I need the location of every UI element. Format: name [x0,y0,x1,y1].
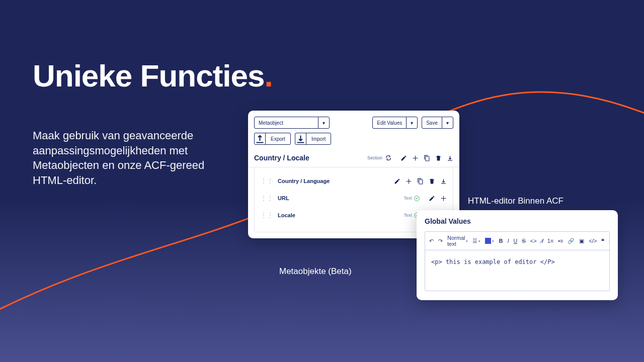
htmleditor-caption: HTML-editor Binnen ACF [468,196,564,206]
save-button[interactable]: Save ▾ [422,117,453,129]
html-editor-panel: Global Values ↶ ↷ Normal text▾ ☰▾ ▾ B I … [417,210,618,300]
field-row: ⋮⋮ Country / Language [261,172,447,190]
check-icon [414,196,420,201]
edit-values-label: Edit Values [373,120,406,126]
editor-content[interactable]: <p> this is example of editor </P> [425,250,609,291]
export-label: Export [266,136,290,142]
section-title: Country / Locale [254,154,309,162]
quote-icon[interactable]: ❝ [601,238,604,244]
italic-icon[interactable]: I [507,238,509,244]
upload-icon [255,133,266,144]
add-icon[interactable] [440,195,447,202]
page-subtext: Maak gebruik van geavanceerde aanpassing… [33,128,236,188]
save-label: Save [422,120,442,126]
metaobject-dropdown[interactable]: Metaobject ▾ [254,117,330,129]
edit-icon[interactable] [400,155,407,161]
import-label: Import [306,136,331,142]
image-icon[interactable]: ▣ [579,238,584,244]
delete-icon[interactable] [435,155,442,161]
code-icon[interactable]: <> [530,238,537,244]
underline-icon[interactable]: U [513,238,517,244]
editor-toolbar: ↶ ↷ Normal text▾ ☰▾ ▾ B I U S <> I̷ 1≡ •… [425,232,609,250]
editor-box: ↶ ↷ Normal text▾ ☰▾ ▾ B I U S <> I̷ 1≡ •… [425,231,610,291]
edit-icon[interactable] [429,195,435,202]
link-icon[interactable]: 🔗 [568,238,575,244]
undo-icon[interactable]: ↶ [429,238,434,244]
copy-icon[interactable] [417,178,424,185]
field-name: URL [278,195,289,201]
metaobject-dropdown-label: Metaobject [255,120,287,126]
metaobject-caption: Metaobjekte (Beta) [279,266,352,277]
drag-handle-icon[interactable]: ⋮⋮ [261,212,274,219]
unordered-list-icon[interactable]: •≡ [558,238,563,244]
editor-title: Global Values [425,217,610,225]
delete-icon[interactable] [429,178,435,185]
clear-format-icon[interactable]: I̷ [541,238,543,244]
caret-down-icon: ▾ [442,117,453,128]
download-icon[interactable] [447,155,453,161]
strikethrough-icon[interactable]: S [522,238,525,244]
section-type-label: Section [367,155,382,160]
section-action-icons [400,155,453,161]
refresh-icon[interactable] [385,155,391,161]
caret-down-icon: ▾ [318,117,329,128]
field-action-icons [429,195,447,202]
field-name: Locale [278,212,295,218]
line-height-icon[interactable]: ☰▾ [472,238,480,244]
copy-icon[interactable] [424,155,430,161]
field-type: Text [404,196,420,201]
caret-down-icon: ▾ [406,117,417,128]
add-icon[interactable] [406,178,412,185]
drag-handle-icon[interactable]: ⋮⋮ [261,195,274,202]
format-dropdown[interactable]: Normal text▾ [447,235,468,247]
ordered-list-icon[interactable]: 1≡ [547,238,554,244]
section-header: Country / Locale Section [248,151,459,167]
field-action-icons [394,178,447,185]
import-button[interactable]: Import [295,133,331,145]
drag-handle-icon[interactable]: ⋮⋮ [261,177,274,185]
redo-icon[interactable]: ↷ [438,238,443,244]
field-name: Country / Language [278,178,330,184]
heading-dot: . [264,58,272,93]
source-icon[interactable]: </> [589,238,597,244]
edit-icon[interactable] [394,178,400,185]
page-heading: Unieke Functies. [33,58,273,94]
bold-icon[interactable]: B [499,238,503,244]
field-row: ⋮⋮ URL Text [261,190,447,207]
download-icon [295,133,306,144]
heading-text: Unieke Functies [33,58,264,93]
hr-icon[interactable]: — [609,238,609,244]
add-icon[interactable] [412,155,419,161]
text-color-icon[interactable]: ▾ [485,238,494,244]
export-button[interactable]: Export [254,133,291,145]
edit-values-button[interactable]: Edit Values ▾ [372,117,418,129]
download-icon[interactable] [440,178,447,185]
